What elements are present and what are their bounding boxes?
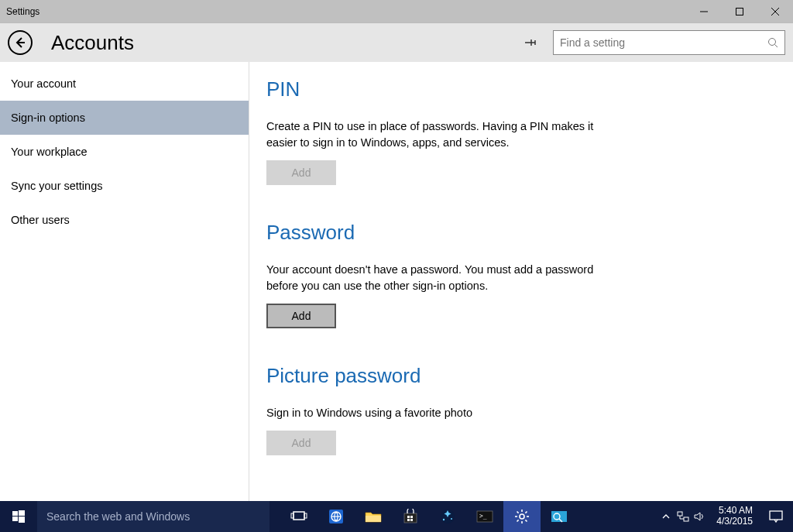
taskbar-app-edge[interactable] — [318, 501, 355, 532]
taskbar-app-store[interactable] — [392, 501, 429, 532]
window-maximize-button[interactable] — [722, 0, 757, 22]
section-body-password: Your account doesn't have a password. Yo… — [266, 262, 607, 294]
sidebar-item-label: Other users — [11, 214, 70, 226]
svg-point-25 — [451, 518, 452, 520]
svg-point-28 — [520, 514, 524, 519]
svg-point-5 — [769, 39, 776, 46]
taskbar-app-explorer[interactable] — [355, 501, 392, 532]
window-icon — [551, 508, 568, 525]
window-minimize-button[interactable] — [686, 0, 722, 22]
svg-rect-21 — [407, 519, 410, 521]
tray-clock[interactable]: 5:40 AM 4/3/2015 — [709, 506, 760, 527]
back-button[interactable] — [8, 30, 33, 55]
tray-time: 5:40 AM — [716, 506, 753, 517]
svg-rect-40 — [678, 512, 682, 516]
svg-rect-19 — [407, 516, 410, 518]
window-title: Settings — [6, 6, 39, 17]
section-title-picture-password: Picture password — [266, 364, 770, 388]
taskbar-app-taskview[interactable] — [280, 501, 318, 532]
sidebar-item-label: Sign-in options — [11, 112, 85, 124]
gear-icon — [513, 508, 530, 525]
section-picture-password: Picture password Sign in to Windows usin… — [266, 364, 770, 455]
svg-rect-20 — [410, 516, 413, 518]
store-icon — [402, 508, 419, 525]
search-icon — [767, 37, 778, 48]
window-titlebar: Settings — [0, 0, 793, 23]
sidebar-item-label: Your workplace — [11, 146, 88, 158]
svg-point-24 — [443, 519, 445, 520]
svg-rect-13 — [304, 513, 307, 518]
sidebar-item-label: Your account — [11, 77, 76, 90]
start-button[interactable] — [0, 501, 37, 532]
button-label: Add — [292, 437, 311, 449]
pin-add-button: Add — [266, 160, 336, 185]
svg-rect-41 — [684, 517, 688, 521]
edge-icon — [328, 508, 345, 525]
settings-header: Accounts — [0, 23, 793, 62]
svg-rect-10 — [19, 517, 25, 523]
sidebar-item-label: Sync your settings — [11, 180, 102, 192]
svg-rect-11 — [294, 512, 304, 520]
svg-line-35 — [525, 512, 527, 513]
settings-sidebar: Your account Sign-in options Your workpl… — [0, 62, 249, 501]
tray-show-hidden-icon[interactable] — [657, 501, 675, 532]
settings-search-input[interactable] — [560, 36, 767, 49]
sidebar-item-other-users[interactable]: Other users — [0, 203, 249, 237]
section-body-pin: Create a PIN to use in place of password… — [266, 118, 607, 151]
svg-rect-12 — [291, 513, 294, 518]
svg-rect-7 — [12, 511, 18, 516]
page-title: Accounts — [51, 31, 134, 55]
section-body-picture-password: Sign in to Windows using a favorite phot… — [266, 405, 607, 421]
settings-main: PIN Create a PIN to use in place of pass… — [249, 62, 793, 501]
taskbar-app-mystery[interactable] — [429, 501, 466, 532]
password-add-button[interactable]: Add — [266, 304, 336, 328]
tray-volume-icon[interactable] — [692, 501, 709, 532]
svg-line-36 — [517, 520, 519, 521]
terminal-icon: >_ — [476, 508, 493, 525]
sidebar-item-sign-in-options[interactable]: Sign-in options — [0, 101, 249, 135]
svg-line-34 — [525, 520, 527, 521]
svg-rect-42 — [770, 511, 782, 520]
pin-icon[interactable] — [522, 35, 537, 50]
section-title-password: Password — [266, 221, 770, 245]
picture-password-add-button: Add — [266, 431, 336, 455]
tray-network-icon[interactable] — [675, 501, 692, 532]
tray-action-center[interactable] — [760, 501, 791, 532]
taskbar-app-settings[interactable] — [503, 501, 541, 532]
settings-search[interactable] — [553, 30, 785, 55]
taskbar-app-other[interactable] — [541, 501, 578, 532]
window-close-button[interactable] — [757, 0, 793, 22]
svg-rect-8 — [19, 510, 25, 516]
svg-rect-17 — [366, 516, 381, 522]
taskbar: Search the web and Windows — [0, 501, 793, 532]
sidebar-item-your-workplace[interactable]: Your workplace — [0, 135, 249, 169]
svg-rect-22 — [410, 519, 413, 521]
taskview-icon — [290, 508, 307, 525]
taskbar-app-cmd[interactable]: >_ — [466, 501, 503, 532]
sidebar-item-your-account[interactable]: Your account — [0, 67, 249, 101]
taskbar-search-placeholder: Search the web and Windows — [46, 510, 190, 523]
sidebar-item-sync-your-settings[interactable]: Sync your settings — [0, 169, 249, 203]
folder-icon — [365, 508, 382, 525]
section-title-pin: PIN — [266, 77, 770, 101]
section-pin: PIN Create a PIN to use in place of pass… — [266, 77, 770, 185]
button-label: Add — [292, 310, 311, 322]
section-password: Password Your account doesn't have a pas… — [266, 221, 770, 328]
svg-text:>_: >_ — [479, 513, 487, 520]
taskbar-search[interactable]: Search the web and Windows — [37, 501, 269, 532]
button-label: Add — [292, 166, 311, 179]
svg-line-6 — [775, 45, 778, 48]
svg-rect-1 — [736, 8, 743, 15]
tray-date: 4/3/2015 — [716, 517, 753, 527]
sparkle-icon — [439, 508, 456, 525]
svg-line-33 — [517, 512, 519, 513]
svg-rect-9 — [12, 517, 18, 521]
